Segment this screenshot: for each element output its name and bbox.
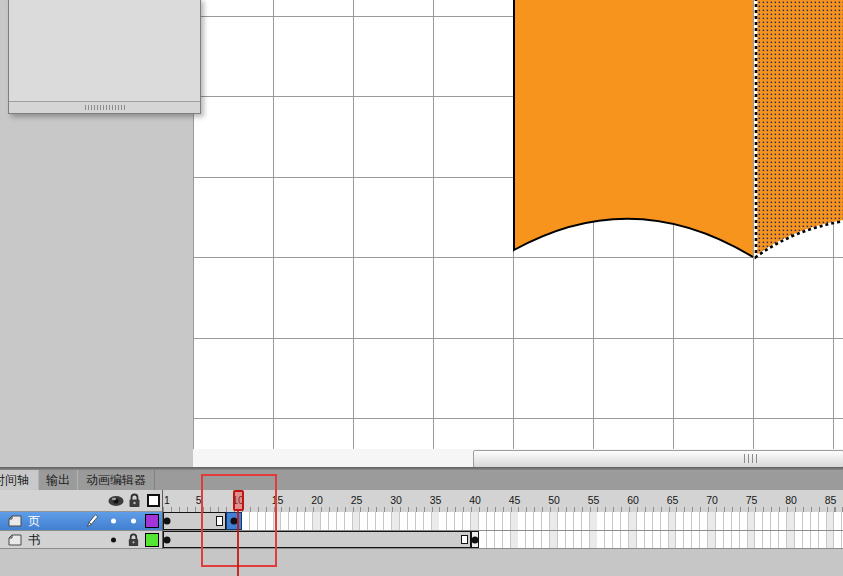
layer-controls-book[interactable]: 书 xyxy=(0,531,162,548)
layer-row-page[interactable]: 页 xyxy=(0,512,843,531)
ruler-frame-number[interactable]: 85 xyxy=(822,494,840,506)
outline-square-icon[interactable] xyxy=(147,494,160,507)
tab-output[interactable]: 输出 xyxy=(38,470,78,490)
timeline-tabbar: 时间轴 输出 动画编辑器 xyxy=(0,470,843,490)
span-end-marker xyxy=(461,535,468,544)
playhead-marker[interactable] xyxy=(233,490,244,511)
layer-color-swatch[interactable] xyxy=(145,533,159,547)
ruler-frame-number[interactable]: 1 xyxy=(163,494,176,506)
stage-canvas[interactable] xyxy=(193,0,843,449)
floating-panel[interactable] xyxy=(8,0,201,114)
ruler-frame-number[interactable]: 25 xyxy=(348,494,366,506)
panel-grip-bar[interactable] xyxy=(9,101,200,113)
eye-icon[interactable] xyxy=(108,495,124,507)
layer-visibility-dot[interactable] xyxy=(111,537,116,542)
frames-area-book[interactable] xyxy=(163,531,843,548)
span-end-marker xyxy=(216,516,223,526)
layer-lock-icon[interactable] xyxy=(127,533,140,547)
layer-page-icon xyxy=(8,534,22,546)
ruler-frame-number[interactable]: 40 xyxy=(466,494,484,506)
playhead-line xyxy=(237,510,239,576)
ruler-frame-number[interactable]: 70 xyxy=(703,494,721,506)
layer-color-swatch[interactable] xyxy=(145,514,159,528)
scrollbar-grip-icon xyxy=(744,454,757,463)
keyframe-dot[interactable] xyxy=(163,518,170,525)
frame-ruler[interactable]: 1510152025303540455055606570758085 xyxy=(163,490,843,512)
tab-timeline[interactable]: 时间轴 xyxy=(0,470,40,490)
frame-span[interactable] xyxy=(163,512,226,530)
book-right-page-shape-selected[interactable] xyxy=(756,0,843,257)
keyframe-dot[interactable] xyxy=(472,536,479,543)
layer-row-book[interactable]: 书 xyxy=(0,531,843,549)
ruler-frame-number[interactable]: 15 xyxy=(269,494,287,506)
ruler-frame-number[interactable]: 75 xyxy=(743,494,761,506)
ruler-frame-number[interactable]: 60 xyxy=(624,494,642,506)
ruler-frame-number[interactable]: 65 xyxy=(664,494,682,506)
layer-controls-page[interactable]: 页 xyxy=(0,512,162,530)
ruler-frame-number[interactable]: 55 xyxy=(585,494,603,506)
ruler-frame-number[interactable]: 50 xyxy=(545,494,563,506)
lock-icon[interactable] xyxy=(128,493,141,508)
ruler-frame-number[interactable]: 80 xyxy=(782,494,800,506)
ruler-frame-number[interactable]: 20 xyxy=(308,494,326,506)
drag-grip-icon[interactable] xyxy=(85,105,125,110)
ruler-frame-number[interactable]: 45 xyxy=(506,494,524,506)
flash-editor-window: 时间轴 输出 动画编辑器 151015202530354045505560657… xyxy=(0,0,843,576)
timeline-panel: 时间轴 输出 动画编辑器 151015202530354045505560657… xyxy=(0,470,843,576)
layer-column-divider[interactable] xyxy=(162,490,163,549)
layer-lock-dot[interactable] xyxy=(131,519,136,524)
frame-span[interactable] xyxy=(163,531,471,548)
tab-motion-editor[interactable]: 动画编辑器 xyxy=(77,470,155,490)
layer-page-icon xyxy=(8,515,22,527)
layer-name[interactable]: 书 xyxy=(28,531,40,548)
frames-area-page[interactable] xyxy=(163,512,843,530)
ruler-frame-number[interactable]: 5 xyxy=(190,494,208,506)
keyframe-dot[interactable] xyxy=(163,536,170,543)
layer-name[interactable]: 页 xyxy=(28,513,40,530)
ruler-frame-number[interactable]: 35 xyxy=(427,494,445,506)
stage-hscrollbar-thumb[interactable] xyxy=(473,450,843,468)
stage-hscrollbar-track[interactable] xyxy=(193,449,843,467)
pencil-icon xyxy=(84,513,100,529)
ruler-frame-number[interactable]: 30 xyxy=(387,494,405,506)
layer-visibility-dot[interactable] xyxy=(111,519,116,524)
